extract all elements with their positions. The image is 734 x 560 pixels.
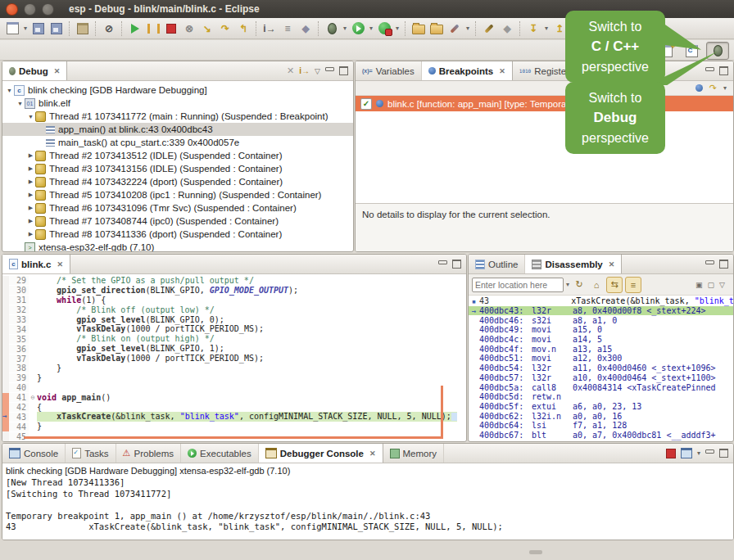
tab-disassembly[interactable]: Disassembly✕ bbox=[525, 255, 622, 273]
new-view-icon[interactable]: ▣ bbox=[695, 281, 703, 289]
skip-all-breakpoints-icon[interactable]: ⊘ bbox=[101, 20, 117, 37]
tree-collapsed-icon[interactable]: ▶ bbox=[26, 178, 35, 185]
last-edit-location-icon[interactable]: ↧ bbox=[525, 20, 541, 37]
tree-collapsed-icon[interactable]: ▶ bbox=[26, 192, 35, 198]
tree-expanded-icon[interactable]: ▼ bbox=[16, 101, 25, 106]
step-into-icon[interactable]: ↘ bbox=[199, 20, 215, 37]
refresh-icon[interactable]: ↻ bbox=[572, 278, 587, 292]
minimize-icon[interactable] bbox=[705, 260, 714, 264]
pin-view-icon[interactable]: ▢ bbox=[708, 281, 715, 289]
close-icon[interactable]: ✕ bbox=[369, 449, 376, 458]
debug-tree-item[interactable]: main_task() at cpu_start.c:339 0x400d057… bbox=[2, 136, 353, 149]
show-source-icon[interactable]: ≡ bbox=[625, 277, 641, 293]
debug-tree-item[interactable]: ▼cblink checking [GDB Hardware Debugging… bbox=[2, 84, 353, 97]
debug-icon[interactable] bbox=[324, 20, 340, 37]
launch-icon[interactable] bbox=[446, 20, 463, 37]
new-wizard-dropdown-icon[interactable]: ▾ bbox=[21, 20, 29, 37]
launch-dropdown-icon[interactable]: ▾ bbox=[464, 20, 472, 37]
disassembly-listing[interactable]: ▪43 xTaskCreate(&blink_task, "blink_tas→… bbox=[469, 296, 733, 442]
maximize-icon[interactable] bbox=[719, 66, 728, 75]
suspend-icon[interactable] bbox=[145, 20, 161, 37]
tab-blink-c[interactable]: c blink.c ✕ bbox=[2, 255, 70, 273]
tab-memory[interactable]: Memory bbox=[383, 444, 445, 463]
debug-tool-icon[interactable]: ◆ bbox=[297, 20, 314, 37]
debug-tree-item[interactable]: ▶Thread #6 1073431096 (Tmr Svc) (Suspend… bbox=[2, 201, 353, 215]
skip-breakpoints-icon[interactable]: ↷ bbox=[709, 83, 717, 93]
step-return-icon[interactable]: ↰ bbox=[235, 20, 251, 37]
use-step-filters-icon[interactable]: ≡ bbox=[279, 20, 296, 37]
toggle-comment-icon[interactable]: ◆ bbox=[499, 20, 515, 37]
tab-problems[interactable]: ⚠Problems bbox=[116, 444, 181, 463]
new-wizard-icon[interactable] bbox=[4, 20, 20, 37]
debug-dropdown-icon[interactable]: ▾ bbox=[341, 20, 349, 37]
minimize-icon[interactable] bbox=[438, 260, 447, 264]
window-maximize-button[interactable] bbox=[42, 3, 54, 16]
show-breakpoints-icon[interactable] bbox=[695, 84, 703, 92]
build-icon[interactable] bbox=[75, 20, 91, 37]
maximize-icon[interactable] bbox=[339, 66, 348, 75]
sync-selection-icon[interactable]: ⇆ bbox=[606, 277, 623, 293]
maximize-icon[interactable] bbox=[719, 449, 728, 458]
tab-debug[interactable]: Debug ✕ bbox=[2, 61, 67, 80]
debug-tree-item[interactable]: >xtensa-esp32-elf-gdb (7.10) bbox=[2, 241, 353, 252]
tree-collapsed-icon[interactable]: ▶ bbox=[26, 218, 35, 224]
view-menu-icon[interactable]: ▽ bbox=[315, 67, 320, 75]
tree-collapsed-icon[interactable]: ▶ bbox=[26, 231, 35, 237]
debug-tree-item[interactable]: app_main() at blink.c:43 0x400dbc43 bbox=[2, 123, 353, 136]
tab-breakpoints[interactable]: Breakpoints✕ bbox=[422, 61, 513, 80]
close-icon[interactable]: ✕ bbox=[609, 260, 615, 269]
debug-tree-item[interactable]: ▼Thread #1 1073411772 (main : Running) (… bbox=[2, 110, 353, 123]
close-icon[interactable]: ✕ bbox=[499, 67, 505, 75]
save-all-icon[interactable] bbox=[48, 20, 65, 37]
console-dropdown-icon[interactable]: ▾ bbox=[697, 449, 700, 457]
resume-icon[interactable] bbox=[127, 20, 143, 37]
disconnect-icon[interactable]: ⊗ bbox=[181, 20, 197, 37]
last-edit-location-dropdown-icon[interactable]: ▾ bbox=[542, 20, 550, 37]
minimize-icon[interactable] bbox=[705, 67, 714, 71]
format-icon[interactable] bbox=[481, 20, 497, 37]
run-icon[interactable] bbox=[350, 20, 366, 37]
terminate-icon[interactable] bbox=[666, 449, 676, 458]
instruction-stepping-mode-icon[interactable]: i→ bbox=[261, 20, 278, 37]
step-over-icon[interactable]: ↷ bbox=[217, 20, 233, 37]
tree-collapsed-icon[interactable]: ▶ bbox=[26, 165, 35, 172]
open-console-icon[interactable] bbox=[681, 448, 692, 458]
tree-collapsed-icon[interactable]: ▶ bbox=[26, 205, 35, 211]
view-menu-icon[interactable]: ▽ bbox=[719, 281, 725, 289]
tab-executables[interactable]: Executables bbox=[181, 444, 259, 463]
maximize-icon[interactable] bbox=[719, 260, 728, 269]
breakpoint-checkbox[interactable]: ✓ bbox=[360, 98, 372, 110]
run-dropdown-icon[interactable]: ▾ bbox=[367, 20, 375, 37]
tree-expanded-icon[interactable]: ▼ bbox=[5, 88, 14, 93]
debug-tree-item[interactable]: ▶Thread #7 1073408744 (ipc0) (Suspended … bbox=[2, 215, 353, 228]
debug-perspective-button[interactable] bbox=[706, 42, 729, 60]
terminate-icon[interactable] bbox=[163, 20, 179, 37]
minimize-icon[interactable] bbox=[705, 449, 714, 454]
external-tools-dropdown-icon[interactable]: ▾ bbox=[393, 20, 401, 37]
debug-tree-item[interactable]: ▶Thread #5 1073410208 (ipc1 : Running) (… bbox=[2, 188, 353, 201]
open-folder-icon[interactable] bbox=[428, 20, 445, 37]
remove-all-terminated-icon[interactable]: ✕ bbox=[287, 65, 294, 76]
tab-variables[interactable]: (x)=Variables bbox=[356, 61, 422, 80]
window-minimize-button[interactable] bbox=[24, 3, 36, 16]
tree-collapsed-icon[interactable]: ▶ bbox=[26, 152, 35, 159]
tree-expanded-icon[interactable]: ▼ bbox=[26, 114, 35, 120]
sash-handle[interactable] bbox=[529, 550, 542, 554]
external-tools-icon[interactable] bbox=[376, 20, 392, 37]
tab-tasks[interactable]: Tasks bbox=[66, 444, 116, 463]
fold-marker-icon[interactable]: ⊖ bbox=[29, 394, 37, 401]
location-dropdown-icon[interactable]: ▾ bbox=[566, 281, 569, 288]
home-icon[interactable]: ⌂ bbox=[589, 278, 604, 292]
save-icon[interactable] bbox=[30, 20, 47, 37]
debug-tree-item[interactable]: ▶Thread #2 1073413512 (IDLE) (Suspended … bbox=[2, 149, 353, 162]
window-close-button[interactable] bbox=[6, 3, 18, 16]
maximize-icon[interactable] bbox=[452, 260, 461, 269]
close-icon[interactable]: ✕ bbox=[57, 260, 63, 269]
debug-tree-item[interactable]: ▶Thread #4 1073432224 (dport) (Suspended… bbox=[2, 175, 353, 188]
minimize-icon[interactable] bbox=[325, 67, 334, 71]
toolbar-chevron-icon[interactable]: ▾ bbox=[723, 84, 727, 92]
location-input[interactable] bbox=[472, 278, 564, 292]
instruction-stepping-icon[interactable]: i→ bbox=[299, 66, 310, 75]
open-file-icon[interactable] bbox=[410, 20, 427, 37]
tab-console[interactable]: Console bbox=[2, 444, 66, 463]
